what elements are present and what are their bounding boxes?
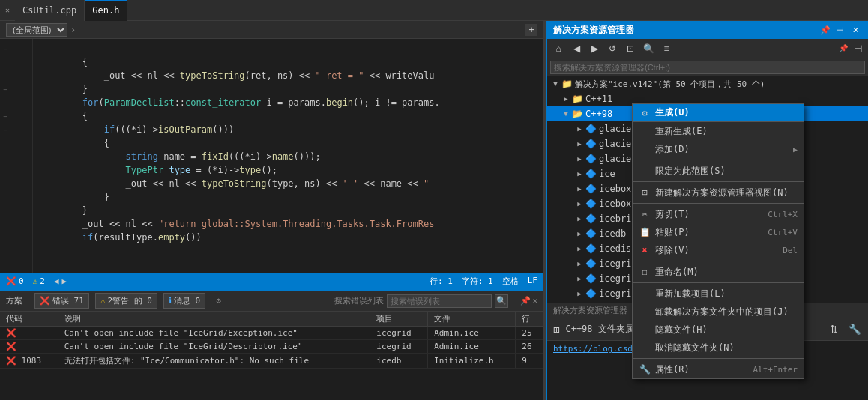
fold-minus-icon[interactable]: − — [0, 123, 10, 136]
code-editor[interactable]: − − − − — [0, 39, 543, 273]
editor-status-bar: ❌ 0 ⚠ 2 ◀ ▶ 行: 1 字符: 1 空格 LF — [0, 273, 543, 289]
col-line[interactable]: 行 — [516, 312, 543, 327]
close-panel-button[interactable]: ✕ — [849, 23, 862, 37]
ctx-rename[interactable]: ☐ 重命名(M) — [633, 263, 804, 281]
fold-minus-icon[interactable]: − — [0, 42, 10, 55]
ctx-properties[interactable]: 🔧 属性(R) Alt+Enter — [633, 360, 804, 378]
ctx-separator — [633, 181, 804, 182]
pin-button[interactable]: 📌 — [819, 23, 832, 37]
project-icon: 🔷 — [585, 288, 597, 300]
info-filter-btn[interactable]: ℹ 消息 0 — [163, 293, 205, 309]
info-filter-icon: ℹ — [169, 296, 172, 306]
toolbar-refresh-btn[interactable]: ↺ — [604, 41, 621, 56]
folder-open-icon: 📂 — [571, 108, 583, 120]
panel-close-icon[interactable]: ✕ — [532, 296, 537, 306]
row-desc: 无法打开包括文件: "Ice/Communicator.h": No such … — [58, 354, 370, 369]
reload-icon — [639, 288, 651, 300]
props-prop-btn[interactable]: 🔧 — [847, 322, 862, 337]
warn-filter-btn[interactable]: ⚠ 2警告 的 0 — [95, 293, 157, 309]
nav-next-icon[interactable]: ▶ — [62, 276, 67, 286]
toolbar-home-btn[interactable]: ⌂ — [550, 41, 567, 56]
folder-icon: 📁 — [571, 93, 583, 105]
ctx-newview[interactable]: ⊡ 新建解决方案资源管理器视图(N) — [633, 184, 804, 201]
ctx-hide-files[interactable]: 隐藏文件(H) — [633, 321, 804, 339]
close-icon[interactable]: ✕ — [0, 0, 15, 21]
ctx-properties-label: 属性(R) — [655, 363, 748, 376]
ctx-load-folder[interactable]: 卸载解决方案文件夹中的项目(J) — [633, 303, 804, 321]
ctx-remove[interactable]: ✖ 移除(V) Del — [633, 241, 804, 259]
tab-csutil[interactable]: CsUtil.cpp — [15, 0, 85, 21]
col-desc[interactable]: 说明 — [58, 312, 370, 327]
ctx-paste-label: 粘贴(P) — [655, 226, 763, 239]
header-buttons: 📌 ⊣ ✕ — [819, 23, 862, 37]
ctx-add[interactable]: 添加(D) ▶ — [633, 140, 804, 158]
search-input[interactable] — [550, 61, 865, 74]
panel-pin-icon[interactable]: 📌 — [520, 296, 531, 306]
ctx-cut[interactable]: ✂ 剪切(T) Ctrl+X — [633, 205, 804, 223]
solution-explorer-toolbar: ⌂ ◀ ▶ ↺ ⊡ 🔍 ≡ 📌 ⊣ — [547, 39, 868, 58]
col-file[interactable]: 文件 — [428, 312, 516, 327]
solution-icon: 📁 — [561, 78, 573, 90]
nav-prev-icon[interactable]: ◀ — [54, 276, 59, 286]
table-row[interactable]: ❌ 1083 无法打开包括文件: "Ice/Communicator.h": N… — [0, 354, 543, 369]
ctx-scope[interactable]: 限定为此范围(S) — [633, 162, 804, 180]
tree-arrow-icon: ▶ — [574, 290, 585, 297]
search-error-input[interactable] — [387, 294, 492, 308]
col-code[interactable]: 代码 — [0, 312, 58, 327]
tree-label: icebox — [599, 184, 631, 194]
ctx-rebuild[interactable]: 重新生成(E) — [633, 122, 804, 140]
row-desc: Can't open include file "IceGrid/Descrip… — [58, 340, 370, 354]
ctx-show-hidden[interactable]: 取消隐藏文件夹(N) — [633, 339, 804, 357]
toolbar-filter-btn[interactable]: 🔍 — [640, 41, 657, 56]
breadcrumb-scope-select[interactable]: (全局范围) — [6, 23, 67, 37]
ctx-show-hidden-label: 取消隐藏文件夹(N) — [655, 342, 798, 354]
breadcrumb: (全局范围) › + — [0, 21, 543, 39]
toolbar-menu-btn[interactable]: ≡ — [658, 41, 675, 56]
tree-label: C++98 — [585, 109, 612, 119]
project-icon: 🔷 — [585, 123, 597, 135]
tab-bar: ✕ CsUtil.cpp Gen.h — [0, 0, 868, 21]
tab-genh[interactable]: Gen.h — [85, 0, 127, 21]
fold-minus-icon[interactable]: − — [0, 109, 10, 123]
auto-hide-button[interactable]: ⊣ — [834, 23, 847, 37]
cut-icon: ✂ — [639, 208, 651, 220]
error-panel-toolbar: 方案 ❌ 错误 71 ⚠ 2警告 的 0 ℹ 消息 0 ⚙ — [0, 291, 543, 312]
status-errors[interactable]: ❌ 0 — [6, 276, 24, 286]
status-warnings[interactable]: ⚠ 2 — [33, 276, 45, 286]
show-hidden-icon — [639, 342, 651, 354]
ctx-paste[interactable]: 📋 粘贴(P) Ctrl+V — [633, 223, 804, 241]
ctx-build[interactable]: ⚙ 生成(U) — [633, 104, 804, 122]
ctx-reload[interactable]: 重新加载项目(L) — [633, 285, 804, 303]
fold-minus-icon[interactable]: − — [0, 82, 10, 96]
tree-arrow-icon: ▶ — [574, 185, 585, 193]
col-project[interactable]: 项目 — [370, 312, 428, 327]
breadcrumb-arrow-icon: › — [70, 25, 76, 35]
rebuild-icon — [639, 125, 651, 137]
project-icon: 🔷 — [585, 228, 597, 240]
ctx-separator — [633, 358, 804, 359]
toolbar-collapse-btn[interactable]: ⊡ — [622, 41, 639, 56]
editor-add-button[interactable]: + — [525, 24, 537, 36]
toolbar-dock-btn[interactable]: ⊣ — [852, 42, 865, 55]
table-row[interactable]: ❌ Can't open include file "IceGrid/Descr… — [0, 340, 543, 354]
newview-icon: ⊡ — [639, 187, 651, 199]
row-line: 9 — [516, 354, 543, 369]
ctx-separator — [633, 261, 804, 261]
search-error-btn[interactable]: 🔍 — [495, 294, 508, 308]
remove-icon: ✖ — [639, 244, 651, 256]
load-folder-icon — [639, 306, 651, 318]
toolbar-forward-btn[interactable]: ▶ — [586, 41, 603, 56]
status-row: 行: 1 — [430, 276, 453, 287]
tab-label: Gen.h — [92, 5, 119, 16]
toolbar-back-btn[interactable]: ◀ — [568, 41, 585, 56]
tree-solution-root[interactable]: ▼ 📁 解决方案"ice.v142"(第 50 个项目，共 50 个) — [547, 76, 868, 91]
code-text-area[interactable]: { _out << nl << typeToString(ret, ns) <<… — [33, 39, 543, 273]
project-icon: 🔷 — [585, 153, 597, 165]
toolbar-pin-btn[interactable]: 📌 — [837, 42, 850, 55]
error-filter-btn[interactable]: ❌ 错误 71 — [34, 293, 89, 309]
row-error-icon: ❌ — [6, 342, 16, 351]
table-row[interactable]: ❌ Can't open include file "IceGrid/Excep… — [0, 327, 543, 340]
props-sort-btn[interactable]: ⇅ — [826, 322, 841, 337]
project-icon: 🔷 — [585, 168, 597, 180]
row-project: icedb — [370, 354, 428, 369]
